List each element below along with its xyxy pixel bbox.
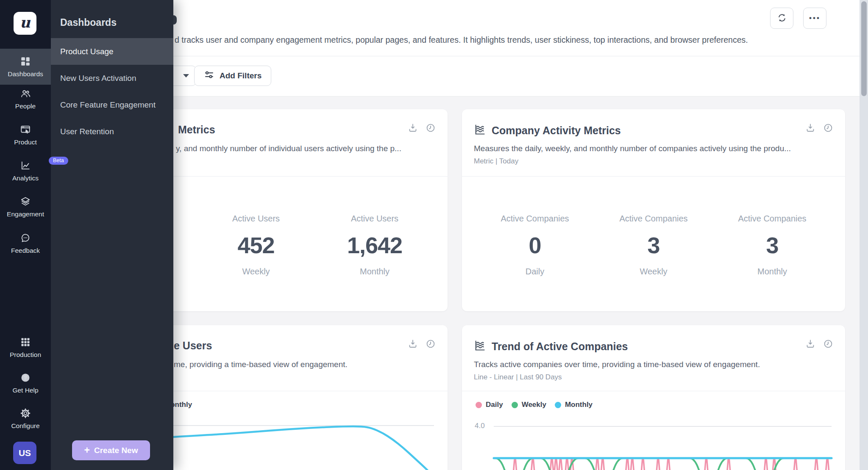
add-filters-button[interactable]: Add Filters [194,66,271,86]
page-scrollbar[interactable] [860,0,868,470]
legend-label: Weekly [522,401,546,409]
metric-label: Active Users [197,214,315,224]
dashboard-description: d tracks user and company engagement met… [175,35,748,45]
userpilot-logo[interactable]: u [14,12,36,35]
sidebar-item-label: Configure [11,422,39,430]
page-header: d tracks user and company engagement met… [51,0,868,56]
legend-label: Daily [486,401,503,409]
sidebar-item-configure[interactable]: Configure [0,408,51,430]
sidebar-item-label: Dashboards [8,70,43,78]
app-root: d tracks user and company engagement met… [0,0,868,470]
metric-label: Active Companies [594,214,713,224]
card-description: Measures the daily, weekly, and monthly … [474,144,791,153]
more-options-button[interactable]: ••• [803,8,826,29]
legend-label: Monthly [565,401,593,409]
monthly-dot-icon [555,402,561,408]
flyout-item-product-usage[interactable]: Product Usage [51,38,173,65]
schedule-clock-icon[interactable] [426,123,436,135]
flyout-item-list: Product Usage New Users Activation Core … [51,38,173,145]
metric-period: Weekly [594,267,713,276]
sidebar-item-label: People [15,102,36,110]
metric-period: Weekly [197,267,315,276]
y-axis-tick: 4.0 [475,422,485,430]
create-new-label: Create New [94,446,138,455]
main-content: d tracks user and company engagement met… [51,0,868,470]
scrollbar-thumb[interactable] [861,1,867,96]
download-icon[interactable] [408,339,418,351]
weekly-dot-icon [512,402,518,408]
card-subtitle: Metric | Today [474,157,518,166]
download-icon[interactable] [805,123,815,135]
card-actions [408,123,436,135]
metric-monthly-companies: Active Companies 3 Monthly [713,214,832,276]
metric-weekly-users: Active Users 452 Weekly [197,214,315,276]
download-icon[interactable] [805,339,815,351]
card-header: Trend of Active Companies Tracks active … [462,325,845,391]
metric-weekly-companies: Active Companies 3 Weekly [594,214,713,276]
svg-text:?: ? [24,374,27,381]
analytics-icon: Beta [20,160,31,171]
schedule-clock-icon[interactable] [823,339,833,351]
legend-item-monthly[interactable]: Monthly [555,401,593,409]
legend-item-daily[interactable]: Daily [476,401,503,409]
schedule-clock-icon[interactable] [426,339,436,351]
flyout-item-core-feature-engagement[interactable]: Core Feature Engagement [51,91,173,118]
sidebar-item-analytics[interactable]: Beta Analytics [0,160,51,182]
card-company-activity-metrics: Company Activity Metrics Measures the da… [462,109,845,311]
feedback-icon [20,232,31,243]
flyout-item-user-retention[interactable]: User Retention [51,118,173,145]
multiline-chart-icon [474,124,486,137]
dashboards-flyout-menu: Dashboards Product Usage New Users Activ… [51,0,173,470]
ellipsis-icon: ••• [809,14,821,22]
sidebar-item-people[interactable]: People [0,88,51,110]
card-title: Company Activity Metrics [492,124,621,137]
refresh-button[interactable] [770,8,793,29]
sidebar-item-label: Get Help [12,387,38,394]
card-trend-active-companies: Trend of Active Companies Tracks active … [462,325,845,470]
sidebar-item-engagement[interactable]: Engagement [0,196,51,218]
card-actions [805,339,833,351]
card-actions [805,123,833,135]
metric-daily-companies: Active Companies 0 Daily [476,214,594,276]
chevron-down-icon [183,74,189,77]
metric-monthly-users: Active Users 1,642 Monthly [315,214,434,276]
card-description-fragment: y, and monthly number of individual user… [176,144,401,153]
metric-value: 3 [713,232,832,258]
legend-item-weekly[interactable]: Weekly [512,401,546,409]
sliders-icon [204,69,214,82]
sidebar-item-get-help[interactable]: ? Get Help [0,372,51,394]
card-description: Tracks active companies over time, provi… [474,360,760,369]
card-title: Trend of Active Companies [492,340,628,353]
sidebar-item-label: Production [10,351,41,359]
download-icon[interactable] [408,123,418,135]
metric-value: 0 [476,232,594,258]
metric-value: 452 [197,232,315,258]
sidebar-item-dashboards[interactable]: Dashboards [0,49,51,85]
metric-value: 1,642 [315,232,434,258]
primary-sidebar: u Dashboards People Product Beta [0,0,51,470]
sidebar-item-product[interactable]: Product [0,124,51,146]
user-avatar[interactable]: US [13,442,36,464]
grid-icon [20,337,31,348]
metric-period: Monthly [315,267,434,276]
create-new-button[interactable]: + Create New [72,440,150,460]
product-icon [20,124,31,135]
gear-icon [20,408,31,419]
sidebar-item-label: Analytics [12,174,39,182]
sidebar-item-feedback[interactable]: Feedback [0,232,51,254]
help-icon: ? [20,372,31,383]
metric-period: Daily [476,267,594,276]
flyout-item-new-users-activation[interactable]: New Users Activation [51,65,173,91]
card-actions [408,339,436,351]
sidebar-item-production[interactable]: Production [0,337,51,359]
sidebar-item-label: Product [14,138,36,146]
multiline-chart-icon [474,340,486,353]
chart-legend: Daily Weekly Monthly [476,401,593,409]
schedule-clock-icon[interactable] [823,123,833,135]
beta-badge: Beta [49,157,68,165]
card-header: Company Activity Metrics Measures the da… [462,109,845,177]
metrics-row: Active Companies 0 Daily Active Companie… [462,177,845,276]
card-title-fragment: e Users [174,340,212,352]
logo-u-glyph: u [20,14,31,31]
metric-label: Active Companies [713,214,832,224]
